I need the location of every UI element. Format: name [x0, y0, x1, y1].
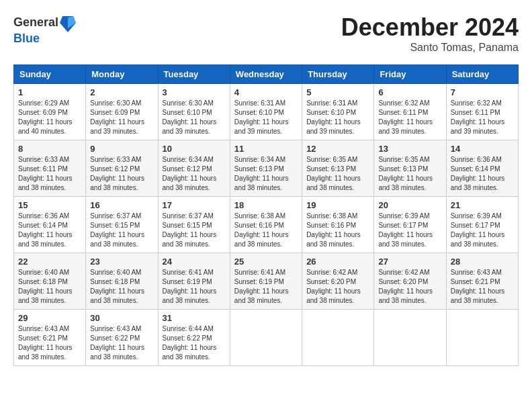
day-info: Sunrise: 6:34 AMSunset: 6:13 PMDaylight:… [234, 155, 298, 193]
calendar-cell: 22Sunrise: 6:40 AMSunset: 6:18 PMDayligh… [14, 253, 86, 310]
day-info: Sunrise: 6:35 AMSunset: 6:13 PMDaylight:… [378, 155, 441, 193]
day-number: 29 [18, 313, 81, 323]
calendar-cell: 8Sunrise: 6:33 AMSunset: 6:11 PMDaylight… [14, 140, 86, 197]
day-number: 30 [90, 313, 153, 323]
calendar-cell: 12Sunrise: 6:35 AMSunset: 6:13 PMDayligh… [302, 140, 374, 197]
day-number: 27 [378, 257, 441, 267]
calendar-cell: 3Sunrise: 6:30 AMSunset: 6:10 PMDaylight… [158, 84, 230, 140]
day-number: 5 [306, 87, 369, 97]
day-info: Sunrise: 6:30 AMSunset: 6:09 PMDaylight:… [90, 99, 153, 136]
calendar-cell: 1Sunrise: 6:29 AMSunset: 6:09 PMDaylight… [14, 84, 86, 140]
day-number: 19 [306, 200, 369, 210]
day-info: Sunrise: 6:32 AMSunset: 6:11 PMDaylight:… [451, 99, 514, 136]
logo-blue: Blue [13, 32, 76, 46]
day-info: Sunrise: 6:33 AMSunset: 6:11 PMDaylight:… [18, 155, 81, 193]
day-number: 31 [163, 313, 226, 323]
day-info: Sunrise: 6:43 AMSunset: 6:22 PMDaylight:… [90, 324, 153, 362]
day-info: Sunrise: 6:41 AMSunset: 6:19 PMDaylight:… [163, 268, 226, 306]
logo: General Blue [13, 13, 76, 46]
day-number: 10 [163, 144, 226, 154]
calendar-cell: 9Sunrise: 6:33 AMSunset: 6:12 PMDaylight… [86, 140, 158, 197]
calendar-cell: 13Sunrise: 6:35 AMSunset: 6:13 PMDayligh… [374, 140, 446, 197]
day-info: Sunrise: 6:40 AMSunset: 6:18 PMDaylight:… [18, 268, 81, 306]
day-number: 1 [18, 87, 81, 97]
day-number: 23 [90, 257, 153, 267]
day-number: 2 [90, 87, 153, 97]
calendar-cell: 5Sunrise: 6:31 AMSunset: 6:10 PMDaylight… [302, 84, 374, 140]
day-of-week-header: Sunday [14, 65, 86, 84]
month-title: December 2024 [341, 13, 519, 42]
calendar-header-row: SundayMondayTuesdayWednesdayThursdayFrid… [14, 65, 519, 84]
day-number: 11 [234, 144, 298, 154]
day-number: 25 [234, 257, 298, 267]
day-number: 17 [163, 200, 226, 210]
day-number: 21 [451, 200, 514, 210]
calendar-cell: 20Sunrise: 6:39 AMSunset: 6:17 PMDayligh… [374, 197, 446, 253]
calendar-cell [302, 310, 374, 366]
day-number: 7 [451, 87, 514, 97]
day-info: Sunrise: 6:39 AMSunset: 6:17 PMDaylight:… [378, 212, 441, 249]
calendar-week-row: 1Sunrise: 6:29 AMSunset: 6:09 PMDaylight… [14, 84, 519, 140]
day-number: 8 [18, 144, 81, 154]
day-info: Sunrise: 6:38 AMSunset: 6:16 PMDaylight:… [234, 212, 298, 249]
day-number: 4 [234, 87, 298, 97]
day-info: Sunrise: 6:42 AMSunset: 6:20 PMDaylight:… [378, 268, 441, 306]
logo-general: General [13, 16, 58, 30]
day-of-week-header: Friday [374, 65, 446, 84]
day-number: 6 [378, 87, 441, 97]
day-info: Sunrise: 6:33 AMSunset: 6:12 PMDaylight:… [90, 155, 153, 193]
day-info: Sunrise: 6:29 AMSunset: 6:09 PMDaylight:… [18, 99, 81, 136]
calendar-cell: 21Sunrise: 6:39 AMSunset: 6:17 PMDayligh… [446, 197, 518, 253]
day-info: Sunrise: 6:39 AMSunset: 6:17 PMDaylight:… [451, 212, 514, 249]
day-info: Sunrise: 6:31 AMSunset: 6:10 PMDaylight:… [234, 99, 298, 136]
calendar-cell: 14Sunrise: 6:36 AMSunset: 6:14 PMDayligh… [446, 140, 518, 197]
day-info: Sunrise: 6:36 AMSunset: 6:14 PMDaylight:… [18, 212, 81, 249]
day-info: Sunrise: 6:37 AMSunset: 6:15 PMDaylight:… [163, 212, 226, 249]
calendar-cell: 15Sunrise: 6:36 AMSunset: 6:14 PMDayligh… [14, 197, 86, 253]
day-info: Sunrise: 6:34 AMSunset: 6:12 PMDaylight:… [163, 155, 226, 193]
calendar-cell: 29Sunrise: 6:43 AMSunset: 6:21 PMDayligh… [14, 310, 86, 366]
calendar-cell: 25Sunrise: 6:41 AMSunset: 6:19 PMDayligh… [230, 253, 302, 310]
calendar-cell [374, 310, 446, 366]
day-number: 18 [234, 200, 298, 210]
calendar-cell: 4Sunrise: 6:31 AMSunset: 6:10 PMDaylight… [230, 84, 302, 140]
day-info: Sunrise: 6:35 AMSunset: 6:13 PMDaylight:… [306, 155, 369, 193]
calendar-cell: 10Sunrise: 6:34 AMSunset: 6:12 PMDayligh… [158, 140, 230, 197]
day-info: Sunrise: 6:44 AMSunset: 6:22 PMDaylight:… [163, 324, 226, 362]
day-info: Sunrise: 6:30 AMSunset: 6:10 PMDaylight:… [163, 99, 226, 136]
calendar-week-row: 22Sunrise: 6:40 AMSunset: 6:18 PMDayligh… [14, 253, 519, 310]
calendar-cell: 24Sunrise: 6:41 AMSunset: 6:19 PMDayligh… [158, 253, 230, 310]
day-number: 14 [451, 144, 514, 154]
location-subtitle: Santo Tomas, Panama [341, 42, 519, 54]
day-info: Sunrise: 6:42 AMSunset: 6:20 PMDaylight:… [306, 268, 369, 306]
day-number: 15 [18, 200, 81, 210]
calendar-cell: 26Sunrise: 6:42 AMSunset: 6:20 PMDayligh… [302, 253, 374, 310]
calendar-cell: 2Sunrise: 6:30 AMSunset: 6:09 PMDaylight… [86, 84, 158, 140]
day-of-week-header: Monday [86, 65, 158, 84]
day-number: 13 [378, 144, 441, 154]
calendar-cell: 30Sunrise: 6:43 AMSunset: 6:22 PMDayligh… [86, 310, 158, 366]
calendar-week-row: 15Sunrise: 6:36 AMSunset: 6:14 PMDayligh… [14, 197, 519, 253]
calendar-cell: 19Sunrise: 6:38 AMSunset: 6:16 PMDayligh… [302, 197, 374, 253]
logo-icon [60, 13, 76, 32]
day-info: Sunrise: 6:37 AMSunset: 6:15 PMDaylight:… [90, 212, 153, 249]
day-info: Sunrise: 6:38 AMSunset: 6:16 PMDaylight:… [306, 212, 369, 249]
calendar-cell: 11Sunrise: 6:34 AMSunset: 6:13 PMDayligh… [230, 140, 302, 197]
calendar-cell [230, 310, 302, 366]
day-info: Sunrise: 6:36 AMSunset: 6:14 PMDaylight:… [451, 155, 514, 193]
day-number: 28 [451, 257, 514, 267]
calendar-week-row: 29Sunrise: 6:43 AMSunset: 6:21 PMDayligh… [14, 310, 519, 366]
calendar-table: SundayMondayTuesdayWednesdayThursdayFrid… [13, 64, 519, 366]
day-number: 22 [18, 257, 81, 267]
day-number: 24 [163, 257, 226, 267]
day-info: Sunrise: 6:43 AMSunset: 6:21 PMDaylight:… [18, 324, 81, 362]
title-block: December 2024 Santo Tomas, Panama [341, 13, 519, 54]
day-of-week-header: Wednesday [230, 65, 302, 84]
page-header: General Blue December 2024 Santo Tomas, … [13, 13, 519, 54]
day-number: 26 [306, 257, 369, 267]
calendar-cell [446, 310, 518, 366]
day-info: Sunrise: 6:40 AMSunset: 6:18 PMDaylight:… [90, 268, 153, 306]
day-of-week-header: Thursday [302, 65, 374, 84]
day-info: Sunrise: 6:31 AMSunset: 6:10 PMDaylight:… [306, 99, 369, 136]
day-number: 20 [378, 200, 441, 210]
